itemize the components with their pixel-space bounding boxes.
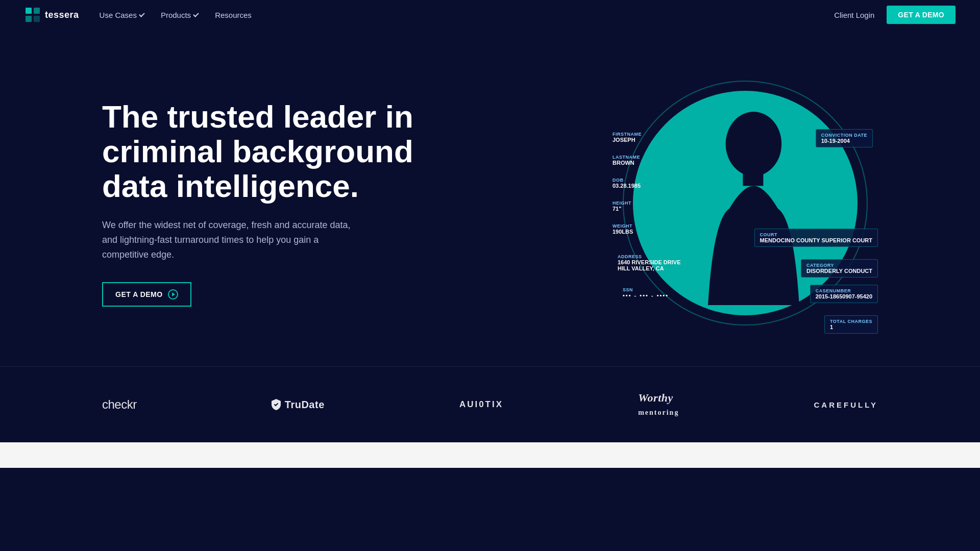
get-demo-nav-button[interactable]: GET A DEMO [887, 6, 955, 24]
profile-lastname-label: LASTNAME BROWN [612, 155, 640, 166]
profile-category-label: CATEGORY DISORDERLY CONDUCT [801, 259, 878, 278]
nav-link-resources[interactable]: Resources [215, 11, 252, 19]
logo[interactable]: tessera [24, 7, 79, 23]
svg-rect-1 [34, 8, 40, 14]
profile-address-label: ADDRESS 1640 RIVERSIDE DRIVE HILL VALLEY… [618, 254, 681, 271]
nav-links: Use Cases Products Resources [100, 11, 252, 19]
partner-autiotix: AUI0TIX [459, 399, 503, 410]
profile-total-label: TOTAL CHARGES 1 [824, 315, 878, 334]
partners-bar: checkr TruDate AUI0TIX Worthymentoring C… [0, 366, 980, 442]
hero-illustration: FIRSTNAME JOSEPH LASTNAME BROWN DOB 03.2… [612, 70, 878, 336]
hero-title: The trusted leader in criminal backgroun… [102, 99, 419, 204]
hero-content: The trusted leader in criminal backgroun… [102, 99, 419, 307]
profile-dob-label: DOB 03.28.1985 [612, 178, 641, 189]
profile-ssn-label: SSN ••• - ••• - •••• [623, 287, 669, 298]
logo-text: tessera [45, 10, 79, 20]
nav-right: Client Login GET A DEMO [834, 6, 955, 24]
navbar: tessera Use Cases Products Resources Cli… [0, 0, 980, 30]
client-login-link[interactable]: Client Login [834, 11, 874, 19]
profile-conviction-label: CONVICTION DATE 10-19-2004 [816, 129, 873, 147]
hero-section: The trusted leader in criminal backgroun… [0, 30, 980, 366]
profile-weight-label: WEIGHT 190LBS [612, 223, 633, 235]
nav-link-use-cases[interactable]: Use Cases [100, 11, 144, 19]
profile-height-label: HEIGHT 71" [612, 201, 631, 212]
hero-subtitle: We offer the widest net of coverage, fre… [102, 218, 368, 262]
partner-carefully: CAREFULLY [814, 400, 878, 409]
svg-rect-2 [26, 16, 32, 22]
profile-court-label: COURT MENDOCINO COUNTY SUPERIOR COURT [754, 229, 878, 247]
profile-firstname-label: FIRSTNAME JOSEPH [612, 132, 642, 143]
svg-point-4 [726, 112, 781, 176]
hero-cta-button[interactable]: GET A DEMO [102, 282, 191, 307]
nav-left: tessera Use Cases Products Resources [24, 7, 252, 23]
nav-link-products[interactable]: Products [161, 11, 199, 19]
logo-icon [24, 7, 41, 23]
trudate-shield-icon [272, 399, 281, 410]
partner-worthy: Worthymentoring [638, 391, 679, 418]
partner-trudate: TruDate [272, 399, 325, 411]
chevron-down-icon [193, 11, 199, 17]
chevron-down-icon [139, 11, 144, 17]
svg-rect-3 [34, 16, 40, 22]
svg-rect-5 [743, 170, 763, 186]
svg-rect-0 [26, 8, 32, 14]
cta-arrow-icon [168, 289, 178, 299]
partner-checkr: checkr [102, 397, 137, 412]
profile-casenumber-label: CASENUMBER 2015-18650907-95420 [810, 285, 878, 303]
bottom-strip [0, 442, 980, 468]
